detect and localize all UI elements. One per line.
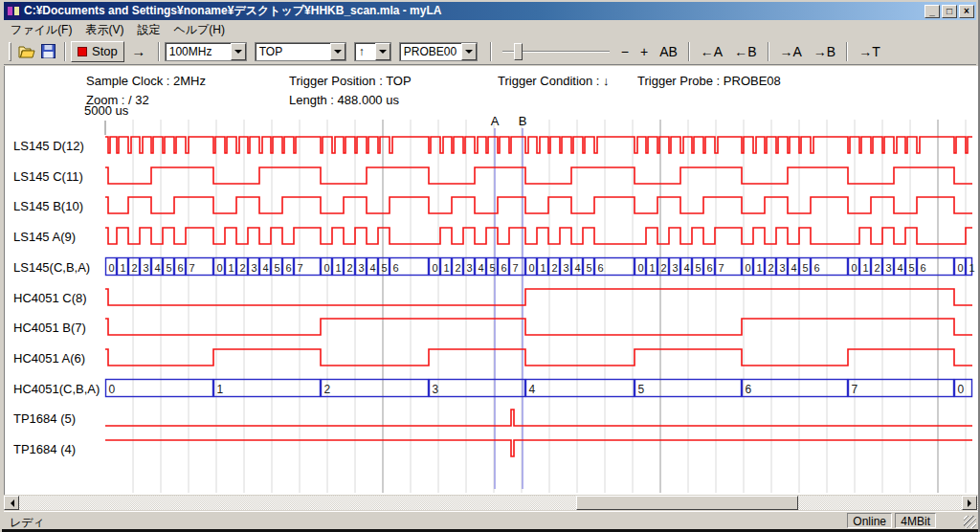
ab-button[interactable]: AB — [654, 42, 683, 61]
folder-front — [20, 51, 34, 57]
close-button[interactable]: × — [959, 5, 974, 18]
app-icon-shape2 — [14, 7, 19, 15]
move-right-to-a-button[interactable]: →A — [774, 42, 808, 61]
goto-trigger-button[interactable]: →T — [853, 42, 886, 61]
toolbar-gripper — [9, 42, 11, 61]
move-left-to-a-button[interactable]: ←A — [695, 42, 728, 61]
toolbar-separator — [158, 42, 160, 61]
triangle-left-icon — [7, 499, 14, 507]
triangle-right-icon — [968, 499, 975, 507]
toolbar-separator — [688, 42, 690, 61]
triangle — [234, 50, 242, 57]
resize-grip[interactable] — [964, 516, 976, 528]
toolbar: Stop → 100MHz TOP ↑ PROBE00 − + AB ←A ←B — [4, 38, 976, 65]
trigger-probe-combo[interactable]: PROBE00 — [399, 42, 478, 61]
trigger-edge-value: ↑ — [355, 43, 368, 60]
menu-settings[interactable]: 設定 — [130, 21, 167, 39]
save-floppy-icon — [41, 44, 56, 58]
triangle — [465, 50, 473, 57]
scroll-left-button[interactable] — [4, 496, 19, 510]
stop-label: Stop — [92, 44, 118, 58]
save-button[interactable] — [37, 41, 59, 62]
sample-clock-value: 100MHz — [166, 43, 216, 60]
floppy-label — [44, 52, 54, 58]
app-icon — [6, 4, 21, 19]
title-bar: C:¥Documents and Settings¥noname¥デスクトップ¥… — [4, 2, 976, 20]
menu-view[interactable]: 表示(V) — [78, 21, 130, 39]
chevron-down-icon[interactable] — [461, 43, 477, 60]
move-right-to-b-button[interactable]: →B — [808, 42, 841, 61]
single-run-button[interactable]: → — [124, 41, 153, 62]
maximize-button[interactable]: □ — [942, 5, 957, 18]
toolbar-separator — [846, 42, 848, 61]
menu-help[interactable]: ヘルプ(H) — [167, 21, 232, 39]
zoom-slider-thumb[interactable] — [514, 43, 523, 60]
scrollbar-thumb[interactable] — [576, 496, 798, 510]
open-file-button[interactable] — [15, 41, 37, 62]
floppy-shutter — [45, 45, 53, 50]
triangle — [334, 50, 342, 57]
app-window: C:¥Documents and Settings¥noname¥デスクトップ¥… — [0, 0, 980, 532]
chevron-down-icon[interactable] — [231, 43, 246, 60]
trigger-edge-combo[interactable]: ↑ — [354, 42, 391, 61]
sample-clock-combo[interactable]: 100MHz — [165, 42, 247, 61]
triangle — [379, 50, 387, 57]
trigger-probe-value: PROBE00 — [400, 43, 460, 60]
waveform-pane — [4, 66, 978, 495]
window-title: C:¥Documents and Settings¥noname¥デスクトップ¥… — [24, 3, 921, 19]
toolbar-separator — [490, 42, 492, 61]
trigger-position-value: TOP — [256, 43, 286, 60]
menu-file[interactable]: ファイル(F) — [4, 21, 78, 39]
menu-bar: ファイル(F) 表示(V) 設定 ヘルプ(H) — [4, 21, 976, 38]
zoom-out-button[interactable]: − — [615, 42, 635, 61]
minimize-button[interactable]: _ — [924, 5, 940, 18]
zoom-in-button[interactable]: + — [635, 42, 654, 61]
zoom-slider[interactable] — [502, 41, 610, 62]
open-folder-icon — [18, 45, 35, 58]
stop-square-icon — [78, 47, 87, 56]
status-bar: レディ Online 4MBit — [4, 511, 978, 529]
window-controls: _ □ × — [924, 5, 974, 18]
move-left-to-b-button[interactable]: ←B — [728, 42, 762, 61]
stop-button[interactable]: Stop — [71, 41, 124, 62]
app-icon-shape — [8, 7, 12, 15]
chevron-down-icon[interactable] — [375, 43, 390, 60]
scroll-right-button[interactable] — [962, 496, 977, 510]
memory-size-badge: 4MBit — [895, 513, 936, 528]
trigger-position-combo[interactable]: TOP — [255, 42, 346, 61]
horizontal-scrollbar[interactable] — [4, 496, 978, 510]
chevron-down-icon[interactable] — [330, 43, 345, 60]
toolbar-separator — [64, 42, 66, 61]
toolbar-separator — [768, 42, 769, 61]
online-status-badge: Online — [847, 513, 892, 528]
